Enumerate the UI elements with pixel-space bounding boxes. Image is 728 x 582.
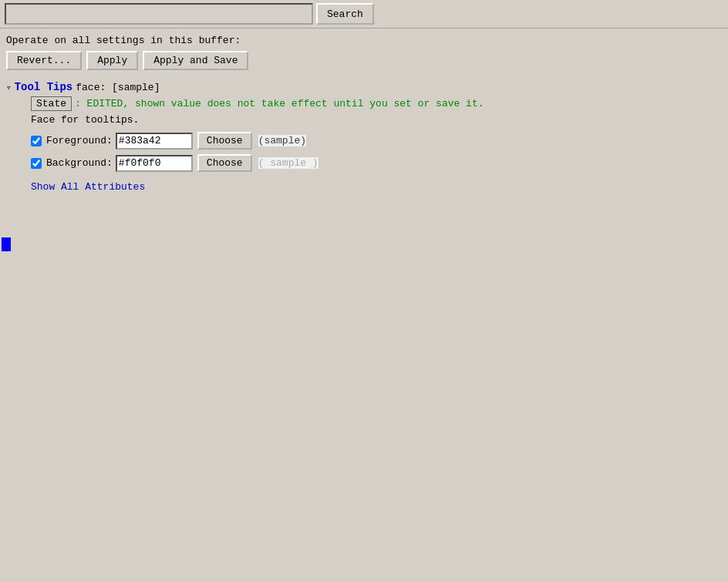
apply-button[interactable]: Apply <box>86 51 138 70</box>
foreground-input[interactable] <box>116 133 193 150</box>
show-all-attributes-link[interactable]: Show All Attributes <box>31 181 145 193</box>
choose-background-button[interactable]: Choose <box>197 154 252 172</box>
tool-tips-section: ▿ Tool Tips face: [sample] State : EDITE… <box>6 81 722 193</box>
content-wrapper: ▿ Tool Tips face: [sample] State : EDITE… <box>6 81 722 193</box>
section-subtitle: face: [sample] <box>76 82 160 93</box>
background-checkbox[interactable] <box>31 158 42 169</box>
search-input[interactable] <box>5 3 313 25</box>
background-row: Background: Choose ( sample ) <box>31 154 722 172</box>
top-bar: Search <box>0 0 728 29</box>
foreground-sample: (sample) <box>258 135 306 146</box>
section-body: State : EDITED, shown value does not tak… <box>31 96 722 193</box>
button-row: Revert... Apply Apply and Save <box>6 51 722 70</box>
background-sample: ( sample ) <box>258 157 318 169</box>
section-header: ▿ Tool Tips face: [sample] <box>6 81 722 93</box>
background-label: Background: <box>46 157 113 169</box>
apply-save-button[interactable]: Apply and Save <box>143 51 248 70</box>
face-description: Face for tooltips. <box>31 114 722 126</box>
collapse-triangle-icon[interactable]: ▿ <box>6 82 12 93</box>
blue-marker <box>2 237 11 251</box>
foreground-row: Foreground: Choose (sample) <box>31 132 722 150</box>
section-title: Tool Tips <box>15 81 73 93</box>
background-input[interactable] <box>116 155 193 172</box>
foreground-label: Foreground: <box>46 135 113 146</box>
revert-button[interactable]: Revert... <box>6 51 82 70</box>
state-badge: State <box>31 96 72 111</box>
state-row: State : EDITED, shown value does not tak… <box>31 96 722 111</box>
choose-foreground-button[interactable]: Choose <box>197 132 252 150</box>
foreground-checkbox[interactable] <box>31 136 42 146</box>
operate-label: Operate on all settings in this buffer: <box>6 35 722 46</box>
state-description: : EDITED, shown value does not take effe… <box>75 98 484 109</box>
search-button[interactable]: Search <box>316 3 374 25</box>
main-content: Operate on all settings in this buffer: … <box>0 29 728 199</box>
